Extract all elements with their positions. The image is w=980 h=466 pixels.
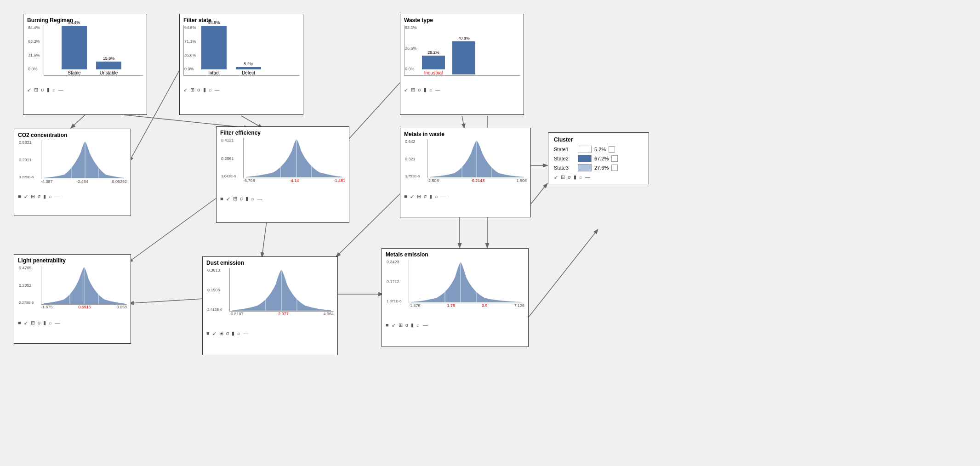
sigma-icon[interactable]: σ xyxy=(41,87,44,93)
search-icon[interactable]: ⌕ xyxy=(429,87,433,93)
minus-icon[interactable]: — xyxy=(58,87,63,93)
grid-icon[interactable]: ⊞ xyxy=(411,87,415,93)
state2-check[interactable] xyxy=(611,155,618,162)
arrow-icon[interactable]: ↙ xyxy=(24,193,28,199)
minus-icon[interactable]: — xyxy=(441,193,446,199)
arrow-icon[interactable]: ↙ xyxy=(226,196,230,202)
minus-icon[interactable]: — xyxy=(215,87,220,93)
grid-icon[interactable]: ⊞ xyxy=(219,330,223,336)
bar-icon[interactable]: ▮ xyxy=(232,330,234,336)
waste-type-card: Waste type 53.1% 26.6% 0.0% 29.2% Indust… xyxy=(400,14,524,115)
grid-icon[interactable]: ⊞ xyxy=(233,196,237,202)
grid-icon[interactable]: ⊞ xyxy=(34,87,38,93)
grid-icon[interactable]: ⊞ xyxy=(561,174,565,180)
search-icon[interactable]: ⌕ xyxy=(237,330,240,336)
svg-line-8 xyxy=(129,198,217,262)
arrow-icon[interactable]: ↙ xyxy=(392,322,396,328)
state3-check[interactable] xyxy=(611,165,618,171)
waste-type-toolbar: ↙ ⊞ σ ▮ ⌕ — xyxy=(404,87,520,93)
sigma-icon[interactable]: σ xyxy=(197,87,200,93)
square-icon[interactable]: ■ xyxy=(18,320,21,326)
filter-state-card: Filter state 94.8% 71.1% 35.6% 0.0% 94.8… xyxy=(179,14,303,115)
grid-icon[interactable]: ⊞ xyxy=(31,193,35,199)
grid-icon[interactable]: ⊞ xyxy=(190,87,194,93)
bar-defect: 5.2% Defect xyxy=(236,62,261,75)
arrow-icon[interactable]: ↙ xyxy=(404,87,408,93)
metals-emission-bell xyxy=(409,260,524,303)
state2-label: State2 xyxy=(554,156,575,161)
search-icon[interactable]: ⌕ xyxy=(579,174,582,180)
search-icon[interactable]: ⌕ xyxy=(52,87,56,93)
burning-regimen-toolbar: ↙ ⊞ σ ▮ ⌕ — xyxy=(27,87,143,93)
dust-emission-card: Dust emission 0.3813 0.1906 2.412E-6 -0.… xyxy=(202,256,338,355)
bar-icon[interactable]: ▮ xyxy=(47,87,50,93)
sigma-icon[interactable]: σ xyxy=(568,174,571,180)
state3-pct: 27.6% xyxy=(594,165,609,170)
light-toolbar: ■ ↙ ⊞ σ ▮ ⌕ — xyxy=(18,320,127,326)
dust-emission-title: Dust emission xyxy=(206,260,334,266)
grid-icon[interactable]: ⊞ xyxy=(417,193,421,199)
state1-pct: 5.2% xyxy=(594,147,606,152)
square-icon[interactable]: ■ xyxy=(18,193,21,199)
bar-icon[interactable]: ▮ xyxy=(574,174,576,180)
square-icon[interactable]: ■ xyxy=(220,196,223,202)
arrow-icon[interactable]: ↙ xyxy=(24,320,28,326)
bar-intact: 94.8% Intact xyxy=(201,20,227,75)
minus-icon[interactable]: — xyxy=(585,174,590,180)
sigma-icon[interactable]: σ xyxy=(38,193,41,199)
arrow-icon[interactable]: ↙ xyxy=(410,193,414,199)
bar-icon[interactable]: ▮ xyxy=(245,196,248,202)
svg-line-0 xyxy=(71,115,85,128)
bar-icon[interactable]: ▮ xyxy=(43,320,46,326)
bar-icon[interactable]: ▮ xyxy=(429,193,432,199)
bar-icon[interactable]: ▮ xyxy=(203,87,206,93)
bar-icon[interactable]: ▮ xyxy=(43,193,46,199)
minus-icon[interactable]: — xyxy=(55,193,60,199)
arrow-icon[interactable]: ↙ xyxy=(554,174,558,180)
bar-stable: 84.4% Stable xyxy=(62,20,87,75)
sigma-icon[interactable]: σ xyxy=(240,196,243,202)
state3-label: State3 xyxy=(554,165,575,170)
svg-line-4 xyxy=(462,116,464,128)
bar-industrial-71: 70.8% xyxy=(452,36,475,75)
svg-line-7 xyxy=(262,222,267,256)
cluster-toolbar: ↙ ⊞ σ ▮ ⌕ — xyxy=(554,174,643,180)
metals-in-waste-toolbar: ■ ↙ ⊞ σ ▮ ⌕ — xyxy=(404,193,527,199)
cluster-state3-row: State3 27.6% xyxy=(554,164,643,171)
sigma-icon[interactable]: σ xyxy=(226,330,229,336)
sigma-icon[interactable]: σ xyxy=(418,87,421,93)
minus-icon[interactable]: — xyxy=(55,320,60,326)
state1-check[interactable] xyxy=(609,146,615,153)
square-icon[interactable]: ■ xyxy=(206,330,210,336)
metals-in-waste-card: Metals in waste 0.642 0.321 3.751E-6 -2.… xyxy=(400,128,531,217)
sigma-icon[interactable]: σ xyxy=(405,322,409,328)
filter-efficiency-card: Filter efficiency 0.4121 0.2061 3.043E-6… xyxy=(216,126,349,223)
arrow-icon[interactable]: ↙ xyxy=(183,87,188,93)
search-icon[interactable]: ⌕ xyxy=(49,193,52,199)
search-icon[interactable]: ⌕ xyxy=(416,322,420,328)
minus-icon[interactable]: — xyxy=(435,87,440,93)
arrow-icon[interactable]: ↙ xyxy=(212,330,217,336)
bar-icon[interactable]: ▮ xyxy=(424,87,427,93)
minus-icon[interactable]: — xyxy=(243,330,248,336)
search-icon[interactable]: ⌕ xyxy=(435,193,438,199)
state2-pct: 67.2% xyxy=(594,156,609,161)
minus-icon[interactable]: — xyxy=(422,322,427,328)
arrow-icon[interactable]: ↙ xyxy=(27,87,31,93)
filter-efficiency-title: Filter efficiency xyxy=(220,130,345,136)
search-icon[interactable]: ⌕ xyxy=(209,87,212,93)
dust-toolbar: ■ ↙ ⊞ σ ▮ ⌕ — xyxy=(206,330,334,336)
sigma-icon[interactable]: σ xyxy=(38,320,41,326)
square-icon[interactable]: ■ xyxy=(386,322,389,328)
grid-icon[interactable]: ⊞ xyxy=(31,320,35,326)
square-icon[interactable]: ■ xyxy=(404,193,407,199)
search-icon[interactable]: ⌕ xyxy=(49,320,52,326)
grid-icon[interactable]: ⊞ xyxy=(399,322,403,328)
state1-label: State1 xyxy=(554,147,575,152)
minus-icon[interactable]: — xyxy=(257,196,262,202)
search-icon[interactable]: ⌕ xyxy=(251,196,254,202)
dust-bell xyxy=(230,268,333,312)
bar-icon[interactable]: ▮ xyxy=(411,322,414,328)
filter-efficiency-toolbar: ■ ↙ ⊞ σ ▮ ⌕ — xyxy=(220,196,345,202)
sigma-icon[interactable]: σ xyxy=(424,193,427,199)
